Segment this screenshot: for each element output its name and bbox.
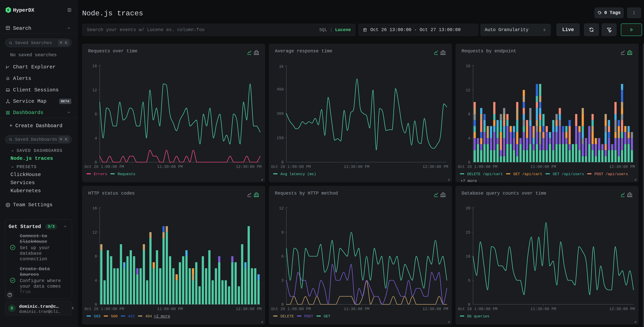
svg-text:DELETE: DELETE: [280, 314, 294, 318]
svg-text:11:30:00 PM: 11:30:00 PM: [157, 165, 183, 169]
svg-text:8: 8: [94, 112, 97, 116]
svg-text:450: 450: [277, 87, 284, 92]
svg-text:Oct 26 1:00:00 PM: Oct 26 1:00:00 PM: [271, 165, 311, 169]
svg-text:12:30:00 PM: 12:30:00 PM: [609, 165, 635, 169]
svg-text:GET /api/users: GET /api/users: [553, 172, 584, 176]
svg-text:Requests by endpoint: Requests by endpoint: [462, 49, 516, 54]
svg-text:500: 500: [111, 314, 118, 318]
svg-text:POST /api/users: POST /api/users: [594, 172, 628, 176]
svg-text:GET /api/cart: GET /api/cart: [513, 172, 542, 176]
svg-text:16: 16: [92, 206, 97, 210]
svg-text:16: 16: [466, 64, 470, 68]
svg-text:422: 422: [128, 314, 135, 318]
svg-text:12: 12: [92, 230, 97, 235]
svg-text:11:00:00 PM: 11:00:00 PM: [530, 165, 556, 169]
svg-text:Requests: Requests: [118, 172, 136, 176]
svg-text:Errors: Errors: [94, 172, 107, 176]
svg-text:11:30:00 PM: 11:30:00 PM: [530, 307, 556, 311]
svg-text:0: 0: [468, 302, 470, 307]
svg-text:Requests over time: Requests over time: [88, 49, 138, 54]
svg-text:11:30:00 PM: 11:30:00 PM: [344, 165, 370, 169]
svg-text:0: 0: [468, 160, 470, 165]
svg-text:9: 9: [281, 230, 284, 235]
svg-text:16: 16: [92, 64, 97, 68]
svg-text:0: 0: [94, 160, 97, 165]
svg-text:POST: POST: [304, 314, 313, 318]
svg-text:6: 6: [281, 254, 284, 259]
svg-text:12: 12: [92, 88, 97, 92]
svg-text:404: 404: [145, 314, 152, 318]
svg-text:12:30:00 PM: 12:30:00 PM: [236, 307, 262, 311]
svg-text:12:30:00 PM: 12:30:00 PM: [422, 165, 448, 169]
svg-text:Oct 26 1:00:00 PM: Oct 26 1:00:00 PM: [458, 165, 498, 169]
svg-text:11:00:00 PM: 11:00:00 PM: [157, 307, 183, 311]
svg-text:4: 4: [94, 136, 97, 141]
svg-text:12:30:00 PM: 12:30:00 PM: [422, 307, 448, 311]
svg-text:300: 300: [277, 112, 284, 116]
svg-text:Oct 26 1:00:00 PM: Oct 26 1:00:00 PM: [271, 307, 311, 311]
svg-text:DELETE /api/cart: DELETE /api/cart: [467, 172, 503, 176]
svg-text:12:30:00 PM: 12:30:00 PM: [236, 165, 262, 169]
svg-text:Database query counts over tim: Database query counts over time: [462, 191, 546, 196]
svg-text:4: 4: [468, 136, 470, 141]
svg-text:HTTP status codes: HTTP status codes: [88, 191, 135, 196]
svg-text:0: 0: [281, 160, 284, 165]
svg-text:12: 12: [466, 88, 470, 92]
svg-text:8: 8: [468, 112, 470, 116]
svg-text:12:30:00 PM: 12:30:00 PM: [609, 307, 635, 311]
svg-text:+7 more: +7 more: [460, 179, 477, 182]
svg-text:8: 8: [94, 254, 97, 259]
svg-text:GET: GET: [324, 314, 330, 318]
svg-text:3: 3: [281, 278, 284, 283]
svg-text:10: 10: [466, 254, 470, 259]
svg-text:11:30:00 PM: 11:30:00 PM: [344, 307, 370, 311]
svg-text:Oct 26 1:00:00 PM: Oct 26 1:00:00 PM: [458, 307, 498, 311]
svg-text:Avg latency (ms): Avg latency (ms): [280, 172, 316, 176]
svg-text:20: 20: [466, 206, 470, 210]
svg-text:12: 12: [279, 206, 284, 210]
svg-text:Oct 26 1:00:00 PM: Oct 26 1:00:00 PM: [84, 165, 124, 169]
svg-text:Average response time: Average response time: [275, 49, 332, 54]
svg-text:+2 more: +2 more: [154, 314, 170, 318]
svg-text:4: 4: [94, 278, 97, 283]
svg-text:Requests by HTTP method: Requests by HTTP method: [275, 191, 338, 196]
svg-text:150: 150: [277, 136, 284, 140]
svg-text:15: 15: [466, 230, 470, 235]
svg-text:0: 0: [94, 302, 97, 307]
svg-text:1k: 1k: [279, 64, 284, 69]
svg-text:Oct 26 1:00:00 PM: Oct 26 1:00:00 PM: [84, 307, 124, 311]
svg-text:5: 5: [468, 278, 470, 283]
svg-text:0: 0: [281, 302, 284, 307]
svg-text:Db queries: Db queries: [467, 314, 490, 318]
svg-text:503: 503: [94, 314, 100, 318]
